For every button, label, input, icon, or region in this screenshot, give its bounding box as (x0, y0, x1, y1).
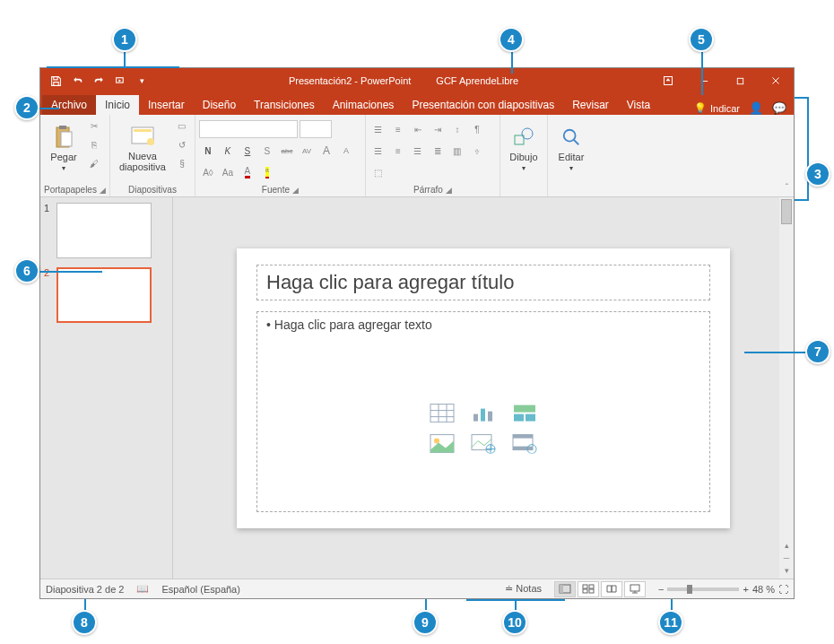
content-placeholder[interactable]: • Haga clic para agregar texto (256, 311, 710, 512)
reading-view-button[interactable] (601, 581, 622, 597)
char-spacing-button[interactable]: AV (298, 142, 316, 160)
svg-point-11 (147, 138, 154, 145)
insert-chart-icon[interactable] (465, 400, 501, 425)
clipboard-launcher[interactable]: ◢ (100, 186, 106, 195)
align-right-button[interactable]: ☰ (409, 142, 427, 160)
columns-button[interactable]: ▥ (448, 142, 466, 160)
qat-customize-button[interactable]: ▾ (132, 71, 152, 91)
decrease-indent-button[interactable]: ⇤ (409, 120, 427, 138)
drawing-button[interactable]: Dibujo ▾ (504, 117, 543, 179)
normal-view-button[interactable] (554, 581, 576, 597)
font-launcher[interactable]: ◢ (292, 186, 299, 195)
zoom-out-button[interactable]: − (658, 584, 664, 595)
tab-review[interactable]: Revisar (563, 95, 618, 115)
shadow-button[interactable]: S (258, 142, 276, 160)
align-text-button[interactable]: ⎀ (468, 142, 486, 160)
tell-me-search[interactable]: 💡 Indicar (694, 102, 740, 114)
cut-button[interactable]: ✂ (85, 117, 103, 135)
tab-animations[interactable]: Animaciones (324, 95, 404, 115)
clear-formatting-button[interactable]: A◊ (199, 163, 217, 181)
maximize-button[interactable] (722, 68, 758, 93)
insert-video-icon[interactable] (507, 431, 543, 456)
tab-transitions[interactable]: Transiciones (245, 95, 324, 115)
highlight-button[interactable]: ª (258, 163, 276, 181)
language-indicator[interactable]: Español (España) (161, 584, 239, 595)
zoom-slider[interactable] (667, 587, 739, 591)
svg-rect-26 (526, 413, 535, 421)
save-button[interactable] (46, 71, 65, 91)
leader-3b (807, 97, 809, 201)
slide-thumbnail-1[interactable] (56, 203, 152, 258)
paste-button[interactable]: Pegar ▾ (44, 117, 83, 179)
strike-button[interactable]: abc (278, 142, 296, 160)
tab-file[interactable]: Archivo (42, 95, 96, 115)
title-placeholder[interactable]: Haga clic para agregar título (256, 265, 710, 300)
reset-button[interactable]: ↺ (173, 135, 191, 153)
copy-button[interactable]: ⎘ (85, 135, 103, 153)
insert-table-icon[interactable] (424, 400, 460, 425)
svg-point-13 (522, 128, 533, 139)
line-spacing-button[interactable]: ↕ (448, 120, 466, 138)
group-editing: Editar ▾ (548, 115, 595, 196)
svg-rect-35 (513, 446, 533, 449)
increase-indent-button[interactable]: ⇥ (429, 120, 447, 138)
format-painter-button[interactable]: 🖌 (85, 154, 103, 172)
bold-button[interactable]: N (199, 142, 217, 160)
redo-button[interactable] (89, 71, 109, 91)
share-icon[interactable]: 👤 (749, 101, 763, 115)
numbering-button[interactable]: ≡ (389, 120, 407, 138)
editing-button[interactable]: Editar ▾ (552, 117, 591, 179)
zoom-handle[interactable] (687, 585, 692, 594)
text-direction-button[interactable]: ¶ (468, 120, 486, 138)
tab-design[interactable]: Diseño (194, 95, 245, 115)
slide-thumbnails-panel: 1 2 (40, 197, 173, 579)
svg-rect-21 (473, 413, 478, 421)
zoom-in-button[interactable]: + (743, 584, 748, 595)
font-color-button[interactable]: A (239, 163, 256, 181)
collapse-ribbon-button[interactable]: ˆ (786, 183, 788, 193)
next-slide-button[interactable]: ▾ (779, 566, 794, 579)
align-center-button[interactable]: ≡ (389, 142, 407, 160)
undo-button[interactable] (67, 71, 87, 91)
slide-thumbnail-2[interactable] (56, 267, 152, 323)
change-case-button[interactable]: Aa (219, 163, 237, 181)
zoom-percent[interactable]: 48 % (752, 584, 775, 595)
shrink-font-button[interactable]: A (337, 142, 355, 160)
vertical-scrollbar[interactable]: ▴ ─ ▾ (779, 197, 794, 579)
fit-to-window-button[interactable]: ⛶ (778, 584, 788, 595)
insert-online-picture-icon[interactable] (465, 431, 501, 456)
slide-canvas[interactable]: Haga clic para agregar título • Haga cli… (237, 248, 730, 528)
start-from-beginning-button[interactable] (110, 71, 130, 91)
new-slide-button[interactable]: Nueva diapositiva (114, 117, 171, 179)
insert-picture-icon[interactable] (424, 431, 460, 456)
spellcheck-icon[interactable]: 📖 (136, 583, 149, 595)
scroll-thumb[interactable] (781, 199, 792, 224)
grow-font-button[interactable]: A (317, 142, 335, 160)
ribbon-display-options[interactable] (650, 68, 686, 93)
comments-icon[interactable]: 💬 (772, 101, 786, 115)
leader-10b (466, 599, 565, 601)
section-button[interactable]: § (173, 154, 191, 172)
align-left-button[interactable]: ☰ (369, 142, 387, 160)
font-size-combo[interactable] (300, 120, 332, 138)
layout-button[interactable]: ▭ (173, 117, 191, 135)
bullets-button[interactable]: ☰ (369, 120, 387, 138)
justify-button[interactable]: ≣ (429, 142, 447, 160)
tab-view[interactable]: Vista (618, 95, 659, 115)
tab-home[interactable]: Inicio (96, 95, 139, 115)
tab-insert[interactable]: Insertar (139, 95, 194, 115)
underline-button[interactable]: S (239, 142, 256, 160)
paragraph-launcher[interactable]: ◢ (446, 186, 452, 195)
notes-button[interactable]: ≐ Notas (505, 583, 542, 595)
convert-smartart-button[interactable]: ⬚ (369, 163, 387, 181)
minimize-button[interactable] (686, 68, 722, 93)
prev-slide-button[interactable]: ▴ (779, 541, 794, 553)
insert-smartart-icon[interactable] (507, 400, 543, 425)
close-button[interactable] (758, 68, 794, 93)
italic-button[interactable]: K (219, 142, 237, 160)
slide-sorter-view-button[interactable] (578, 581, 599, 597)
font-family-combo[interactable] (199, 120, 298, 138)
slideshow-view-button[interactable] (624, 581, 646, 597)
slide-counter[interactable]: Diapositiva 2 de 2 (46, 584, 124, 595)
tab-slideshow[interactable]: Presentación con diapositivas (403, 95, 563, 115)
